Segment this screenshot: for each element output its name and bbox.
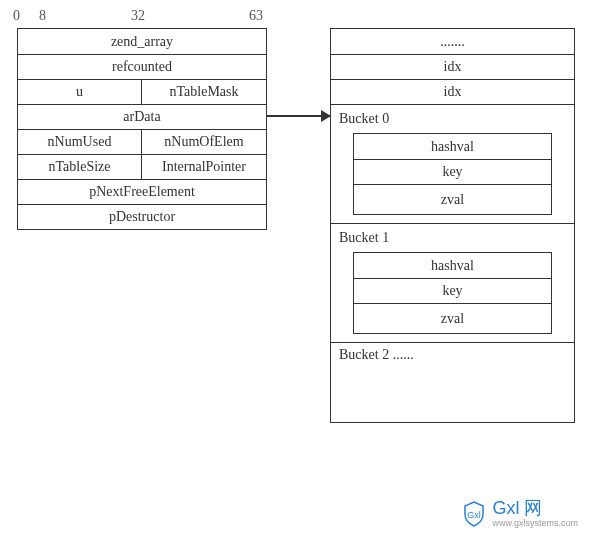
field-refcounted: refcounted [18, 59, 266, 75]
field-internalpointer: InternalPointer [142, 155, 266, 179]
bucket-1-key: key [354, 278, 551, 303]
field-pdestructor: pDestructor [18, 209, 266, 225]
field-pnextfreeelement: pNextFreeElement [18, 184, 266, 200]
bucket-1-fields: hashval key zval [353, 252, 552, 334]
bit-0: 0 [13, 8, 20, 24]
bucket-1: Bucket 1 hashval key zval [331, 223, 574, 342]
ardata-pointer-arrow [267, 115, 330, 117]
svg-text:Gxl: Gxl [468, 510, 482, 520]
bucket-1-hashval: hashval [354, 253, 551, 278]
field-u: u [18, 80, 142, 104]
shield-icon: Gxl [462, 500, 486, 528]
bucket-0: Bucket 0 hashval key zval [331, 104, 574, 223]
field-nnumused: nNumUsed [18, 130, 142, 154]
field-nnumofelem: nNumOfElem [142, 130, 266, 154]
bit-63: 63 [249, 8, 263, 24]
field-ntablemask: nTableMask [142, 80, 266, 104]
watermark-main: Gxl 网 [492, 499, 578, 517]
field-ntablesize: nTableSize [18, 155, 142, 179]
bucket-1-label: Bucket 1 [331, 228, 574, 248]
field-ardata: arData [18, 109, 266, 125]
bucket-0-key: key [354, 159, 551, 184]
row-idx-1: idx [331, 59, 574, 75]
watermark-sub: www.gxlsystems.com [492, 519, 578, 528]
bucket-0-label: Bucket 0 [331, 109, 574, 129]
watermark: Gxl Gxl 网 www.gxlsystems.com [462, 499, 578, 528]
bit-8: 8 [39, 8, 46, 24]
bucket-0-fields: hashval key zval [353, 133, 552, 215]
zend-array-struct: zend_array refcounted u nTableMask arDat… [17, 28, 267, 230]
watermark-text: Gxl 网 www.gxlsystems.com [492, 499, 578, 528]
bucket-array: ....... idx idx Bucket 0 hashval key zva… [330, 28, 575, 423]
bucket-0-hashval: hashval [354, 134, 551, 159]
bit-32: 32 [131, 8, 145, 24]
bucket-1-zval: zval [354, 303, 551, 333]
row-overflow-dots: ....... [331, 34, 574, 50]
row-idx-2: idx [331, 84, 574, 100]
bucket-2: Bucket 2 ...... [331, 342, 574, 422]
bit-offset-labels: 0 8 32 63 [17, 8, 267, 28]
bucket-2-label: Bucket 2 ...... [339, 347, 414, 362]
field-zend-array: zend_array [18, 34, 266, 50]
bucket-0-zval: zval [354, 184, 551, 214]
